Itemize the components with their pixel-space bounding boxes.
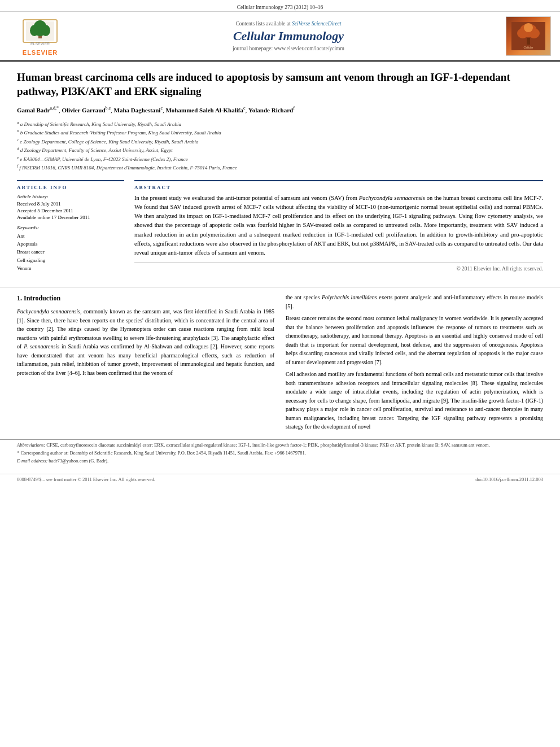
journal-logo-inner: Cellular Immunology [506,17,550,55]
abstract-column: Abstract In the present study we evaluat… [134,180,543,273]
keyword-venom: Venom [17,264,124,272]
history-label: Article history: [17,194,124,199]
keywords-label: Keywords: [17,225,124,230]
svg-point-12 [524,23,533,32]
abstract-text: In the present study we evaluated the an… [134,194,543,258]
received-date: Received 8 July 2011 [17,201,124,207]
corresponding-text: Deanship of Scientific Research, King Sa… [69,450,306,456]
affiliation-b: b b Graduate Studies and Research-Visiti… [17,128,543,137]
author-yolande: Yolande Richard [248,107,293,113]
affiliations: a a Deanship of Scientific Research, Kin… [17,120,543,172]
keyword-cell-signaling: Cell signaling [17,256,124,264]
journal-homepage: journal homepage: www.elsevier.com/locat… [71,46,506,51]
keywords-list: Ant Apoptosis Breast cancer Cell signali… [17,232,124,273]
email-line: E-mail address: badr73@yahoo.com (G. Bad… [17,458,543,465]
author-maha: Maha Daghestani [114,107,161,113]
sciverse-info: Contents lists available at SciVerse Sci… [71,21,506,27]
article-content: Human breast carcinoma cells are induced… [0,62,560,278]
page-wrapper: Cellular Immunology 273 (2012) 10–16 ELS… [0,0,560,747]
abstract-heading: Abstract [134,185,543,190]
intro-paragraph-1: Pachycondyla sennaarensis, commonly know… [17,307,274,377]
doi-line: doi:10.1016/j.cellimm.2011.12.003 [475,477,543,482]
intro-paragraph-3: Breast cancer remains the second most co… [286,314,543,366]
abbreviations-line: Abbreviations: CFSE, carboxyfluorescein … [17,442,543,449]
email-label: E-mail address: [17,458,47,464]
elsevier-tree-icon: ELSEVIER [20,17,60,48]
corresponding-label: * Corresponding author at: [17,450,68,456]
article-info-column: Article Info Article history: Received 8… [17,180,124,273]
keyword-breast-cancer: Breast cancer [17,248,124,256]
abbreviations-label: Abbreviations: [17,442,45,448]
intro-section-title: 1. Introduction [17,293,274,304]
body-columns: 1. Introduction Pachycondyla sennaarensi… [0,293,560,435]
content-divider [0,287,560,287]
bottom-bar: 0008-8749/$ – see front matter © 2011 El… [0,474,560,484]
intro-paragraph-2: the ant species Polyrhachis lamellidens … [286,293,543,311]
author-gamal: Gamal Badr [17,107,50,113]
email-text: badr73@yahoo.com (G. Badr). [49,458,108,464]
issn-line: 0008-8749/$ – see front matter © 2011 El… [17,477,155,482]
affiliation-c: c c Zoology Department, College of Scien… [17,137,543,146]
affiliation-e: e e EA3064—GIMAP, Université de Lyon, F-… [17,155,543,164]
svg-point-5 [30,25,39,36]
journal-title: Cellular Immunology [71,29,506,43]
affiliation-f: f f INSERM U1016, CNRS UMR 8104, Départe… [17,163,543,172]
accepted-date: Accepted 5 December 2011 [17,208,124,213]
available-date: Available online 17 December 2011 [17,215,124,220]
body-right-col: the ant species Polyrhachis lamellidens … [286,293,543,435]
affiliation-d: d d Zoology Department, Faculty of Scien… [17,146,543,155]
abbreviations-text: CFSE, carboxyfluorescein diacetate succi… [46,442,489,448]
svg-text:Cellular: Cellular [524,46,533,49]
keyword-ant: Ant [17,232,124,240]
author-olivier: Olivier Garraud [62,107,105,113]
body-left-col: 1. Introduction Pachycondyla sennaarensi… [17,293,274,435]
copyright-line: © 2011 Elsevier Inc. All rights reserved… [134,262,543,272]
authors-line: Gamal Badra,d,*, Olivier Garraudb,e, Mah… [17,105,543,115]
journal-center-info: Contents lists available at SciVerse Sci… [71,21,506,51]
elsevier-logo-area: ELSEVIER ELSEVIER [9,17,71,56]
affiliation-a: a a Deanship of Scientific Research, Kin… [17,120,543,129]
svg-text:Immunology: Immunology [522,50,536,50]
svg-text:ELSEVIER: ELSEVIER [30,42,50,46]
journal-reference: Cellular Immunology 273 (2012) 10–16 [237,5,323,10]
top-bar: Cellular Immunology 273 (2012) 10–16 [0,0,560,12]
svg-rect-13 [527,38,530,45]
footnotes-area: Abbreviations: CFSE, carboxyfluorescein … [0,439,560,470]
journal-logo: Cellular Immunology [506,16,551,56]
elsevier-brand-text: ELSEVIER [23,49,58,56]
article-info-heading: Article Info [17,185,124,190]
journal-logo-icon: Cellular Immunology [511,22,545,50]
author-mohammed: Mohammed Saleh Al-Khalifa [165,107,243,113]
journal-header: ELSEVIER ELSEVIER Contents lists availab… [0,12,560,62]
intro-paragraph-4: Cell adhesion and motility are fundament… [286,370,543,431]
corresponding-line: * Corresponding author at: Deanship of S… [17,450,543,457]
keyword-apoptosis: Apoptosis [17,240,124,248]
info-abstract-columns: Article Info Article history: Received 8… [17,180,543,273]
article-title: Human breast carcinoma cells are induced… [17,71,543,98]
sciverse-link-text[interactable]: SciVerse ScienceDirect [292,21,341,27]
svg-point-6 [41,25,50,36]
